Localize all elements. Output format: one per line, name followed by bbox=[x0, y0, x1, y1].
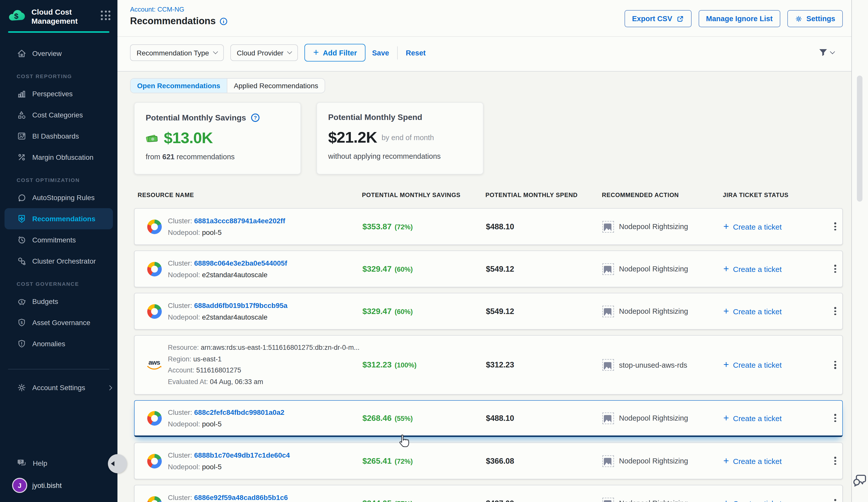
row-menu-button[interactable] bbox=[832, 453, 838, 468]
row-menu-button[interactable] bbox=[832, 410, 838, 425]
sidebar-item-asset-governance[interactable]: $ Asset Governance bbox=[0, 312, 117, 333]
sidebar-item-anomalies[interactable]: Anomalies bbox=[0, 333, 117, 354]
sidebar-nav: Overview COST REPORTING Perspectives Cos… bbox=[0, 43, 117, 354]
page-scrollbar[interactable] bbox=[851, 0, 868, 502]
export-csv-button[interactable]: Export CSV bbox=[624, 10, 692, 27]
sidebar-item-label: BI Dashboards bbox=[32, 132, 79, 140]
cluster-id-link[interactable]: 688c2fefc84fbdc99801a0a2 bbox=[194, 408, 284, 416]
add-filter-button[interactable]: + Add Filter bbox=[305, 44, 366, 62]
row-menu-button[interactable] bbox=[832, 496, 838, 502]
info-icon[interactable] bbox=[219, 17, 228, 25]
sidebar-item-autostopping-rules[interactable]: AutoStopping Rules bbox=[0, 187, 117, 208]
nodepool-label: Nodepool: bbox=[168, 270, 200, 279]
row-menu-button[interactable] bbox=[832, 304, 838, 318]
dashboard-image-icon bbox=[17, 131, 27, 141]
table-row[interactable]: Cluster: 68898c064e3e2ba0e544005f Nodepo… bbox=[134, 251, 843, 287]
table-row[interactable]: aws Resource: arn:aws:rds:us-east-1:5116… bbox=[134, 335, 843, 395]
sidebar-item-cost-categories[interactable]: Cost Categories bbox=[0, 104, 117, 125]
sidebar-item-cluster-orchestrator[interactable]: Cluster Orchestrator bbox=[0, 251, 117, 272]
nodepool-value: e2standar4autoscale bbox=[202, 313, 267, 321]
sidebar-item-recommendations[interactable]: Recommendations bbox=[4, 208, 113, 229]
sidebar-item-overview[interactable]: Overview bbox=[0, 43, 117, 64]
create-ticket-button[interactable]: +Create a ticket bbox=[723, 222, 782, 231]
save-filter-button[interactable]: Save bbox=[372, 49, 389, 57]
module-grid-icon[interactable] bbox=[101, 11, 110, 20]
shield-alert-icon bbox=[17, 339, 27, 349]
support-chat-icon[interactable] bbox=[852, 473, 868, 490]
breadcrumb-account-link[interactable]: Account: CCM-NG bbox=[130, 6, 184, 13]
sidebar-item-budgets[interactable]: $ Budgets bbox=[0, 291, 117, 312]
manage-ignore-list-button[interactable]: Manage Ignore List bbox=[699, 10, 780, 27]
cloud-provider-dropdown[interactable]: Cloud Provider bbox=[230, 44, 298, 61]
module-accent-line bbox=[8, 31, 110, 33]
resource-value: arn:aws:rds:us-east-1:511616801275:db:zn… bbox=[201, 344, 360, 351]
cluster-id-link[interactable]: 6888b1c70e49db17c1de60c4 bbox=[194, 451, 290, 459]
cluster-id-link[interactable]: 68898c064e3e2ba0e544005f bbox=[194, 259, 287, 267]
lasso-icon bbox=[17, 192, 27, 202]
spend-card-title: Potential Monthly Spend bbox=[328, 113, 422, 122]
action-label: Nodepool Rightsizing bbox=[619, 265, 688, 273]
savings-sub-prefix: from bbox=[146, 153, 160, 161]
sidebar: $ Cloud Cost Management Overview COST RE… bbox=[0, 0, 117, 502]
table-header: RESOURCE NAME POTENTIAL MONTHLY SAVINGS … bbox=[134, 191, 843, 200]
plus-icon: + bbox=[723, 413, 729, 422]
plus-icon: + bbox=[723, 456, 729, 465]
sidebar-item-commitments[interactable]: Commitments bbox=[0, 229, 117, 251]
potential-monthly-savings-card: Potential Monthly Savings ? $13.0K from … bbox=[134, 102, 301, 174]
question-circle-icon[interactable]: ? bbox=[250, 113, 260, 123]
cluster-id-link[interactable]: 6881a3ccc887941a4ee202ff bbox=[194, 217, 285, 224]
action-image-icon bbox=[602, 221, 614, 232]
cloud-provider-label: Cloud Provider bbox=[237, 49, 283, 57]
sidebar-item-bi-dashboards[interactable]: BI Dashboards bbox=[0, 125, 117, 147]
tab-applied-recommendations[interactable]: Applied Recommendations bbox=[227, 79, 325, 93]
tab-open-recommendations[interactable]: Open Recommendations bbox=[131, 79, 227, 93]
collapse-arrow-icon bbox=[111, 461, 114, 466]
sidebar-collapse-handle[interactable] bbox=[108, 454, 127, 473]
savings-cell: $329.47(60%) bbox=[362, 307, 413, 316]
spend-cell: $312.23 bbox=[486, 360, 514, 369]
create-ticket-button[interactable]: +Create a ticket bbox=[723, 265, 782, 273]
nodepool-label: Nodepool: bbox=[168, 462, 200, 471]
table-row[interactable]: Cluster: 688add6fb019b17f9bccb95a Nodepo… bbox=[134, 293, 843, 330]
gcp-icon bbox=[147, 453, 162, 468]
savings-cell: $244.05(57%) bbox=[362, 499, 413, 502]
resource-label: Resource: bbox=[168, 344, 199, 351]
table-row-selected[interactable]: Cluster: 688c2fefc84fbdc99801a0a2 Nodepo… bbox=[134, 400, 843, 437]
cluster-id-link[interactable]: 6886e92f59a48cad86b5b1c6 bbox=[194, 493, 288, 501]
sidebar-divider bbox=[8, 369, 110, 369]
recommendation-type-dropdown[interactable]: Recommendation Type bbox=[130, 44, 224, 61]
svg-text:$: $ bbox=[21, 320, 23, 325]
create-ticket-button[interactable]: +Create a ticket bbox=[723, 414, 782, 422]
cluster-id-link[interactable]: 688add6fb019b17f9bccb95a bbox=[194, 301, 287, 309]
savings-cell: $268.46(55%) bbox=[362, 414, 413, 422]
row-menu-button[interactable] bbox=[832, 219, 838, 234]
action-label: Nodepool Rightsizing bbox=[619, 499, 688, 502]
recommendation-badge-icon bbox=[17, 214, 27, 224]
table-row[interactable]: Cluster: 6881a3ccc887941a4ee202ff Nodepo… bbox=[134, 208, 843, 245]
action-label: Nodepool Rightsizing bbox=[619, 414, 688, 422]
sidebar-item-margin-obfuscation[interactable]: Margin Obfuscation bbox=[0, 147, 117, 168]
create-ticket-button[interactable]: +Create a ticket bbox=[723, 457, 782, 465]
table-row[interactable]: Cluster: 6886e92f59a48cad86b5b1c6 Nodepo… bbox=[134, 485, 843, 502]
settings-button[interactable]: Settings bbox=[787, 10, 843, 27]
create-ticket-button[interactable]: +Create a ticket bbox=[723, 360, 782, 369]
user-menu[interactable]: J jyoti.bisht bbox=[0, 478, 117, 493]
reset-filter-button[interactable]: Reset bbox=[406, 49, 426, 57]
sidebar-item-help[interactable]: ? Help bbox=[0, 453, 117, 474]
row-menu-button[interactable] bbox=[832, 357, 838, 372]
filter-panel-toggle[interactable] bbox=[818, 48, 834, 57]
region-value: us-east-1 bbox=[193, 355, 222, 363]
action-image-icon bbox=[602, 305, 614, 317]
create-ticket-button[interactable]: +Create a ticket bbox=[723, 499, 782, 502]
sidebar-item-account-settings[interactable]: Account Settings bbox=[0, 377, 117, 398]
savings-card-title: Potential Monthly Savings bbox=[146, 113, 246, 122]
region-label: Region: bbox=[168, 355, 191, 363]
row-menu-button[interactable] bbox=[832, 261, 838, 276]
table-row[interactable]: Cluster: 6888b1c70e49db17c1de60c4 Nodepo… bbox=[134, 442, 843, 479]
savings-cell: $329.47(60%) bbox=[362, 264, 413, 273]
section-cost-governance: COST GOVERNANCE bbox=[17, 281, 117, 288]
scrollbar-thumb[interactable] bbox=[857, 76, 862, 202]
spend-cell: $549.12 bbox=[486, 264, 514, 273]
sidebar-item-perspectives[interactable]: Perspectives bbox=[0, 83, 117, 104]
create-ticket-button[interactable]: +Create a ticket bbox=[723, 307, 782, 315]
